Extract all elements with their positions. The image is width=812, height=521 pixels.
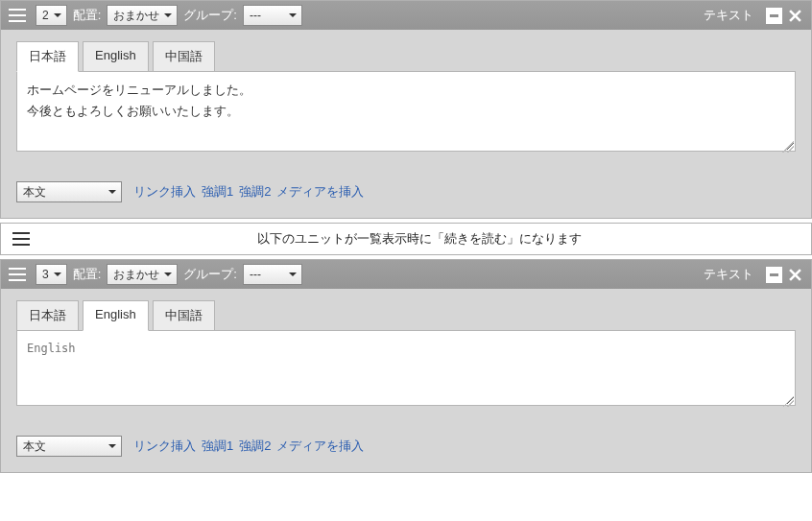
close-button[interactable] [787,8,803,24]
content-textarea[interactable] [16,71,796,152]
language-tabs: 日本語 English 中国語 [16,300,796,331]
tab-english[interactable]: English [83,300,149,331]
close-icon [789,10,801,22]
insert-media-action[interactable]: メディアを挿入 [276,438,364,455]
content-textarea[interactable] [16,330,796,406]
unit-type-label: テキスト [704,7,753,24]
group-label: グループ: [183,266,237,283]
unit-header: 3 配置: おまかせ グループ: --- テキスト [1,260,811,289]
separator-message: 以下のユニットが一覧表示時に「続きを読む」になります [39,230,800,248]
style-select[interactable]: 本文 [16,181,122,202]
minimize-button[interactable] [766,267,782,283]
tab-chinese[interactable]: 中国語 [153,300,215,331]
unit-block-2: 3 配置: おまかせ グループ: --- テキスト 日本語 English 中国… [0,259,812,473]
unit-header: 2 配置: おまかせ グループ: --- テキスト [1,1,811,30]
unit-block-1: 2 配置: おまかせ グループ: --- テキスト 日本語 English 中国… [0,0,812,219]
emphasis2-action[interactable]: 強調2 [239,438,271,455]
close-button[interactable] [787,267,803,283]
layout-select[interactable]: おまかせ [107,5,178,26]
insert-link-action[interactable]: リンク挿入 [133,438,196,455]
editor-toolbar: 本文 リンク挿入 強調1 強調2 メディアを挿入 [16,181,796,202]
unit-type-label: テキスト [704,266,753,283]
group-select[interactable]: --- [243,264,302,285]
layout-label: 配置: [73,7,102,24]
tab-japanese[interactable]: 日本語 [16,41,79,72]
group-select[interactable]: --- [243,5,302,26]
unit-body: 日本語 English 中国語 本文 リンク挿入 強調1 強調2 メディアを挿入 [1,289,811,472]
emphasis1-action[interactable]: 強調1 [202,438,233,455]
layout-select[interactable]: おまかせ [107,264,178,285]
drag-handle-icon[interactable] [12,232,30,246]
layout-label: 配置: [73,266,102,283]
editor-toolbar: 本文 リンク挿入 強調1 強調2 メディアを挿入 [16,436,796,457]
minimize-button[interactable] [766,8,782,24]
group-label: グループ: [183,7,237,24]
emphasis2-action[interactable]: 強調2 [239,183,271,201]
tab-chinese[interactable]: 中国語 [153,41,215,72]
tab-english[interactable]: English [83,41,149,72]
unit-body: 日本語 English 中国語 本文 リンク挿入 強調1 強調2 メディアを挿入 [1,30,811,218]
tab-japanese[interactable]: 日本語 [16,300,79,331]
close-icon [789,269,801,281]
insert-media-action[interactable]: メディアを挿入 [276,183,364,201]
style-select[interactable]: 本文 [16,436,122,457]
order-select[interactable]: 2 [36,5,67,26]
insert-link-action[interactable]: リンク挿入 [133,183,196,201]
drag-handle-icon[interactable] [9,9,26,22]
order-select[interactable]: 3 [36,264,67,285]
readmore-separator: 以下のユニットが一覧表示時に「続きを読む」になります [0,223,812,255]
emphasis1-action[interactable]: 強調1 [202,183,233,201]
drag-handle-icon[interactable] [9,268,26,281]
language-tabs: 日本語 English 中国語 [16,41,796,72]
